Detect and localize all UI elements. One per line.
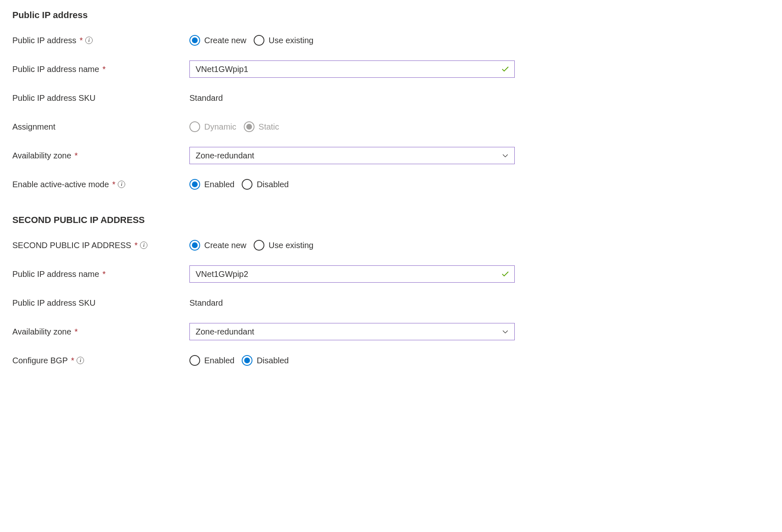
- radio-label: Static: [259, 122, 279, 132]
- label-second-ip-sku: Public IP address SKU: [12, 298, 96, 308]
- select-availability-zone[interactable]: Zone-redundant: [189, 147, 515, 164]
- label-public-ip-sku: Public IP address SKU: [12, 93, 96, 103]
- radio-circle-icon: [189, 240, 200, 251]
- radio-label: Enabled: [204, 180, 234, 189]
- select-value: Zone-redundant: [196, 327, 254, 337]
- chevron-down-icon: [501, 151, 509, 160]
- radio-label: Use existing: [268, 241, 313, 250]
- required-star: *: [112, 180, 116, 189]
- label-second-public-ip: SECOND PUBLIC IP ADDRESS: [12, 241, 131, 250]
- required-star: *: [75, 151, 78, 160]
- radio-circle-icon: [242, 355, 252, 366]
- radio-bgp-enabled[interactable]: Enabled: [189, 355, 234, 366]
- label-second-ip-name: Public IP address name: [12, 269, 99, 279]
- radio-active-active-disabled[interactable]: Disabled: [242, 179, 289, 190]
- radio-label: Disabled: [257, 180, 289, 189]
- value-public-ip-sku: Standard: [189, 93, 223, 103]
- value-second-ip-sku: Standard: [189, 298, 223, 308]
- radio-circle-icon: [189, 355, 200, 366]
- radio-label: Disabled: [257, 356, 289, 365]
- radio-label: Create new: [204, 36, 246, 45]
- radio-public-ip-create-new[interactable]: Create new: [189, 35, 246, 46]
- radio-label: Enabled: [204, 356, 234, 365]
- select-second-availability-zone[interactable]: Zone-redundant: [189, 323, 515, 340]
- radio-public-ip-use-existing[interactable]: Use existing: [254, 35, 313, 46]
- radio-label: Create new: [204, 241, 246, 250]
- radio-circle-icon: [189, 179, 200, 190]
- label-second-availability-zone: Availability zone: [12, 327, 71, 337]
- label-public-ip: Public IP address: [12, 36, 76, 45]
- radio-label: Dynamic: [204, 122, 236, 132]
- label-availability-zone: Availability zone: [12, 151, 71, 160]
- radio-circle-icon: [189, 35, 200, 46]
- radio-bgp-disabled[interactable]: Disabled: [242, 355, 289, 366]
- radio-second-ip-create-new[interactable]: Create new: [189, 240, 246, 251]
- label-active-active: Enable active-active mode: [12, 180, 109, 189]
- section-heading-second-public-ip: SECOND PUBLIC IP ADDRESS: [12, 215, 515, 225]
- info-icon[interactable]: i: [118, 181, 125, 188]
- radio-circle-icon: [254, 240, 264, 251]
- radio-second-ip-use-existing[interactable]: Use existing: [254, 240, 313, 251]
- info-icon[interactable]: i: [77, 357, 84, 364]
- label-assignment: Assignment: [12, 122, 56, 132]
- required-star: *: [71, 356, 75, 365]
- radio-assignment-dynamic: Dynamic: [189, 121, 236, 132]
- label-public-ip-name: Public IP address name: [12, 65, 99, 74]
- checkmark-icon: [501, 65, 510, 74]
- radio-circle-icon: [254, 35, 264, 46]
- input-public-ip-name[interactable]: [189, 60, 515, 78]
- label-configure-bgp: Configure BGP: [12, 356, 68, 365]
- required-star: *: [103, 269, 106, 279]
- radio-label: Use existing: [268, 36, 313, 45]
- required-star: *: [135, 241, 138, 250]
- radio-assignment-static: Static: [244, 121, 279, 132]
- radio-circle-icon: [189, 121, 200, 132]
- required-star: *: [75, 327, 78, 337]
- required-star: *: [79, 36, 83, 45]
- radio-circle-icon: [242, 179, 252, 190]
- input-second-ip-name[interactable]: [189, 265, 515, 283]
- section-heading-public-ip: Public IP address: [12, 10, 515, 21]
- info-icon[interactable]: i: [140, 242, 147, 249]
- radio-active-active-enabled[interactable]: Enabled: [189, 179, 234, 190]
- info-icon[interactable]: i: [85, 37, 93, 44]
- checkmark-icon: [501, 269, 510, 279]
- select-value: Zone-redundant: [196, 151, 254, 160]
- required-star: *: [103, 65, 106, 74]
- radio-circle-icon: [244, 121, 254, 132]
- chevron-down-icon: [501, 328, 509, 336]
